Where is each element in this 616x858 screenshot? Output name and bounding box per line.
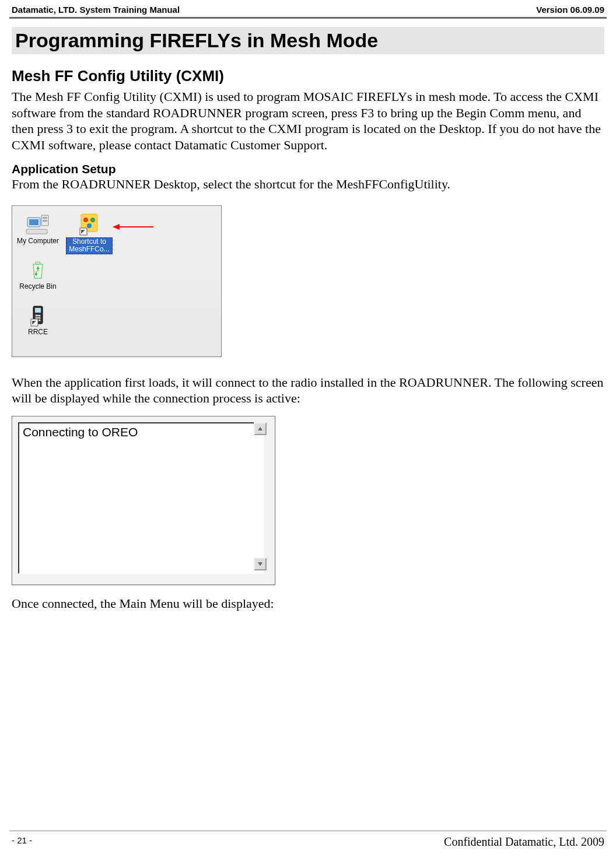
page-content: Programming FIREFLYs in Mesh Mode Mesh F…	[0, 27, 616, 611]
svg-point-13	[36, 314, 37, 316]
page-header: Datamatic, LTD. System Training Manual V…	[0, 0, 616, 17]
svg-point-9	[87, 223, 92, 228]
header-right: Version 06.09.09	[536, 5, 604, 15]
recycle-bin-icon[interactable]: Recycle Bin	[15, 258, 61, 291]
page-footer: - 21 - Confidential Datamatic, Ltd. 2009	[12, 835, 604, 849]
scroll-down-button[interactable]	[254, 558, 267, 570]
footer-confidential: Confidential Datamatic, Ltd. 2009	[444, 835, 604, 849]
rrce-icon[interactable]: RRCE	[15, 304, 61, 337]
shortcut-meshffco-icon[interactable]: Shortcut to MeshFFCo...	[66, 213, 113, 255]
sub-heading: Mesh FF Config Utility (CXMI)	[12, 67, 604, 85]
main-heading: Programming FIREFLYs in Mesh Mode	[12, 27, 604, 54]
header-divider	[9, 17, 607, 19]
connecting-textarea: Connecting to OREO	[18, 422, 264, 574]
setup-paragraph: From the ROADRUNNER Desktop, select the …	[12, 176, 604, 192]
intro-paragraph: The Mesh FF Config Utility (CXMI) is use…	[12, 89, 604, 153]
svg-marker-24	[113, 224, 120, 230]
svg-rect-12	[35, 308, 41, 313]
connecting-screenshot: Connecting to OREO	[12, 416, 275, 585]
recycle-bin-label: Recycle Bin	[19, 283, 57, 291]
svg-point-18	[39, 317, 41, 318]
rrce-icon-image	[25, 304, 51, 327]
footer-divider	[9, 831, 607, 831]
svg-point-17	[37, 317, 39, 318]
svg-point-14	[37, 314, 39, 316]
svg-rect-4	[43, 220, 47, 222]
connected-paragraph: Once connected, the Main Menu will be di…	[12, 596, 604, 612]
rrce-label: RRCE	[27, 328, 48, 337]
shortcut-icon-image	[76, 213, 102, 236]
header-left: Datamatic, LTD. System Training Manual	[12, 5, 180, 15]
svg-point-16	[36, 317, 37, 318]
red-arrow-annotation	[113, 223, 153, 235]
svg-point-7	[83, 218, 88, 222]
svg-marker-26	[258, 562, 262, 566]
my-computer-icon[interactable]: My Computer	[15, 213, 61, 246]
svg-rect-3	[43, 217, 47, 219]
connecting-text: Connecting to OREO	[19, 423, 263, 441]
scroll-up-button[interactable]	[254, 422, 267, 435]
svg-marker-25	[258, 427, 262, 430]
svg-point-8	[90, 218, 95, 222]
section-heading: Application Setup	[12, 162, 604, 176]
svg-point-15	[39, 314, 41, 316]
computer-icon	[25, 213, 51, 236]
svg-rect-5	[26, 229, 47, 234]
connecting-paragraph: When the application first loads, it wil…	[12, 374, 604, 407]
desktop-screenshot: My Computer Shortcut to MeshFFCo...	[12, 205, 222, 357]
shortcut-label: Shortcut to MeshFFCo...	[66, 237, 113, 255]
page-number: - 21 -	[12, 835, 32, 849]
svg-point-21	[39, 319, 41, 321]
my-computer-label: My Computer	[16, 237, 60, 246]
recycle-icon-image	[25, 258, 51, 282]
svg-rect-1	[29, 219, 38, 225]
